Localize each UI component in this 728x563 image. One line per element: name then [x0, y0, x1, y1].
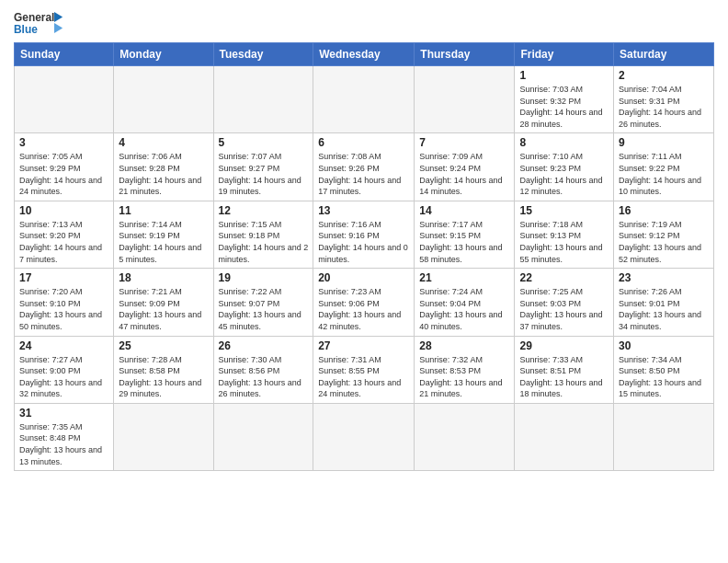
day-number: 1 [519, 69, 609, 82]
day-number: 16 [619, 204, 709, 217]
calendar-day-cell: 20Sunrise: 7:23 AM Sunset: 9:06 PM Dayli… [313, 269, 415, 336]
logo: GeneralBlue [14, 9, 64, 37]
calendar-day-cell [313, 403, 415, 470]
day-number: 4 [119, 136, 208, 149]
day-info: Sunrise: 7:11 AM Sunset: 9:22 PM Dayligh… [619, 151, 709, 197]
day-info: Sunrise: 7:20 AM Sunset: 9:10 PM Dayligh… [19, 286, 108, 332]
calendar-day-cell [415, 66, 515, 133]
logo-icon: GeneralBlue [14, 9, 64, 37]
day-number: 21 [419, 271, 509, 284]
calendar-day-cell [515, 403, 614, 470]
day-number: 28 [419, 339, 509, 352]
day-info: Sunrise: 7:13 AM Sunset: 9:20 PM Dayligh… [19, 219, 108, 265]
day-number: 23 [619, 271, 709, 284]
calendar-day-cell [213, 66, 313, 133]
day-info: Sunrise: 7:26 AM Sunset: 9:01 PM Dayligh… [619, 286, 709, 332]
day-info: Sunrise: 7:10 AM Sunset: 9:23 PM Dayligh… [519, 151, 609, 197]
calendar-week-row: 24Sunrise: 7:27 AM Sunset: 9:00 PM Dayli… [15, 336, 714, 403]
day-number: 18 [119, 271, 208, 284]
calendar-day-cell: 6Sunrise: 7:08 AM Sunset: 9:26 PM Daylig… [313, 133, 415, 201]
day-info: Sunrise: 7:34 AM Sunset: 8:50 PM Dayligh… [619, 354, 709, 400]
day-number: 15 [519, 204, 609, 217]
day-number: 19 [219, 271, 309, 284]
calendar-day-cell: 15Sunrise: 7:18 AM Sunset: 9:13 PM Dayli… [515, 201, 614, 268]
calendar-day-cell [213, 403, 313, 470]
weekday-header: Wednesday [313, 43, 415, 66]
weekday-header: Thursday [415, 43, 515, 66]
day-info: Sunrise: 7:14 AM Sunset: 9:19 PM Dayligh… [119, 219, 208, 265]
calendar-day-cell [114, 403, 213, 470]
day-number: 14 [419, 204, 509, 217]
day-info: Sunrise: 7:16 AM Sunset: 9:16 PM Dayligh… [318, 219, 409, 265]
calendar-day-cell [614, 403, 714, 470]
page: GeneralBlue SundayMondayTuesdayWednesday… [0, 0, 728, 563]
day-info: Sunrise: 7:35 AM Sunset: 8:48 PM Dayligh… [19, 421, 108, 467]
calendar-header-row: SundayMondayTuesdayWednesdayThursdayFrid… [15, 43, 714, 66]
day-info: Sunrise: 7:15 AM Sunset: 9:18 PM Dayligh… [219, 219, 309, 265]
day-info: Sunrise: 7:32 AM Sunset: 8:53 PM Dayligh… [419, 354, 509, 400]
day-number: 5 [219, 136, 309, 149]
calendar-day-cell: 5Sunrise: 7:07 AM Sunset: 9:27 PM Daylig… [213, 133, 313, 201]
day-number: 6 [318, 136, 409, 149]
calendar-day-cell: 30Sunrise: 7:34 AM Sunset: 8:50 PM Dayli… [614, 336, 714, 403]
calendar-day-cell: 19Sunrise: 7:22 AM Sunset: 9:07 PM Dayli… [213, 269, 313, 336]
day-info: Sunrise: 7:03 AM Sunset: 9:32 PM Dayligh… [519, 84, 609, 130]
calendar-day-cell: 8Sunrise: 7:10 AM Sunset: 9:23 PM Daylig… [515, 133, 614, 201]
svg-marker-2 [54, 12, 63, 22]
calendar-day-cell: 21Sunrise: 7:24 AM Sunset: 9:04 PM Dayli… [415, 269, 515, 336]
day-info: Sunrise: 7:06 AM Sunset: 9:28 PM Dayligh… [119, 151, 208, 197]
calendar-day-cell: 27Sunrise: 7:31 AM Sunset: 8:55 PM Dayli… [313, 336, 415, 403]
day-info: Sunrise: 7:19 AM Sunset: 9:12 PM Dayligh… [619, 219, 709, 265]
day-number: 10 [19, 204, 108, 217]
calendar-day-cell: 17Sunrise: 7:20 AM Sunset: 9:10 PM Dayli… [15, 269, 114, 336]
calendar-day-cell [415, 403, 515, 470]
day-info: Sunrise: 7:23 AM Sunset: 9:06 PM Dayligh… [318, 286, 409, 332]
calendar-day-cell: 23Sunrise: 7:26 AM Sunset: 9:01 PM Dayli… [614, 269, 714, 336]
day-number: 26 [219, 339, 309, 352]
calendar-week-row: 31Sunrise: 7:35 AM Sunset: 8:48 PM Dayli… [15, 403, 714, 470]
day-number: 3 [19, 136, 108, 149]
weekday-header: Monday [114, 43, 213, 66]
calendar-day-cell: 12Sunrise: 7:15 AM Sunset: 9:18 PM Dayli… [213, 201, 313, 268]
day-number: 13 [318, 204, 409, 217]
svg-text:General: General [14, 11, 54, 24]
calendar-week-row: 1Sunrise: 7:03 AM Sunset: 9:32 PM Daylig… [15, 66, 714, 133]
day-info: Sunrise: 7:25 AM Sunset: 9:03 PM Dayligh… [519, 286, 609, 332]
calendar-table: SundayMondayTuesdayWednesdayThursdayFrid… [14, 42, 714, 471]
day-info: Sunrise: 7:28 AM Sunset: 8:58 PM Dayligh… [119, 354, 208, 400]
day-info: Sunrise: 7:07 AM Sunset: 9:27 PM Dayligh… [219, 151, 309, 197]
day-number: 25 [119, 339, 208, 352]
day-number: 2 [619, 69, 709, 82]
calendar-day-cell: 28Sunrise: 7:32 AM Sunset: 8:53 PM Dayli… [415, 336, 515, 403]
day-number: 7 [419, 136, 509, 149]
weekday-header: Saturday [614, 43, 714, 66]
weekday-header: Sunday [15, 43, 114, 66]
calendar-week-row: 10Sunrise: 7:13 AM Sunset: 9:20 PM Dayli… [15, 201, 714, 268]
calendar-day-cell: 3Sunrise: 7:05 AM Sunset: 9:29 PM Daylig… [15, 133, 114, 201]
day-number: 30 [619, 339, 709, 352]
day-info: Sunrise: 7:21 AM Sunset: 9:09 PM Dayligh… [119, 286, 208, 332]
day-info: Sunrise: 7:04 AM Sunset: 9:31 PM Dayligh… [619, 84, 709, 130]
calendar-day-cell [15, 66, 114, 133]
day-number: 27 [318, 339, 409, 352]
header: GeneralBlue [14, 9, 714, 37]
calendar-day-cell: 7Sunrise: 7:09 AM Sunset: 9:24 PM Daylig… [415, 133, 515, 201]
svg-text:Blue: Blue [14, 23, 38, 36]
day-info: Sunrise: 7:31 AM Sunset: 8:55 PM Dayligh… [318, 354, 409, 400]
svg-marker-3 [54, 23, 63, 33]
calendar-day-cell: 11Sunrise: 7:14 AM Sunset: 9:19 PM Dayli… [114, 201, 213, 268]
calendar-day-cell: 2Sunrise: 7:04 AM Sunset: 9:31 PM Daylig… [614, 66, 714, 133]
calendar-day-cell: 16Sunrise: 7:19 AM Sunset: 9:12 PM Dayli… [614, 201, 714, 268]
calendar-day-cell: 26Sunrise: 7:30 AM Sunset: 8:56 PM Dayli… [213, 336, 313, 403]
day-info: Sunrise: 7:33 AM Sunset: 8:51 PM Dayligh… [519, 354, 609, 400]
day-info: Sunrise: 7:09 AM Sunset: 9:24 PM Dayligh… [419, 151, 509, 197]
day-number: 9 [619, 136, 709, 149]
calendar-week-row: 17Sunrise: 7:20 AM Sunset: 9:10 PM Dayli… [15, 269, 714, 336]
day-number: 17 [19, 271, 108, 284]
calendar-day-cell: 14Sunrise: 7:17 AM Sunset: 9:15 PM Dayli… [415, 201, 515, 268]
calendar-day-cell: 25Sunrise: 7:28 AM Sunset: 8:58 PM Dayli… [114, 336, 213, 403]
day-info: Sunrise: 7:08 AM Sunset: 9:26 PM Dayligh… [318, 151, 409, 197]
day-info: Sunrise: 7:22 AM Sunset: 9:07 PM Dayligh… [219, 286, 309, 332]
calendar-day-cell: 4Sunrise: 7:06 AM Sunset: 9:28 PM Daylig… [114, 133, 213, 201]
day-info: Sunrise: 7:30 AM Sunset: 8:56 PM Dayligh… [219, 354, 309, 400]
